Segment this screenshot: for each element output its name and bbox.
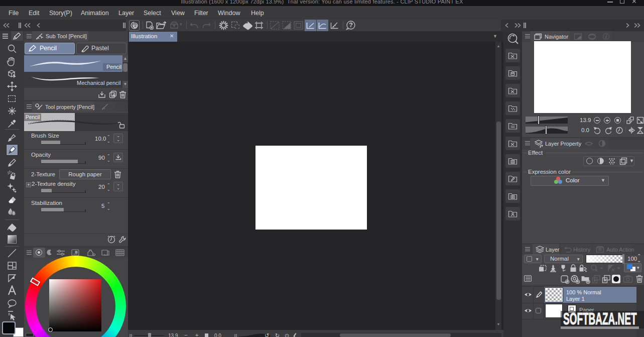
svg-text:?: ? <box>349 22 353 29</box>
